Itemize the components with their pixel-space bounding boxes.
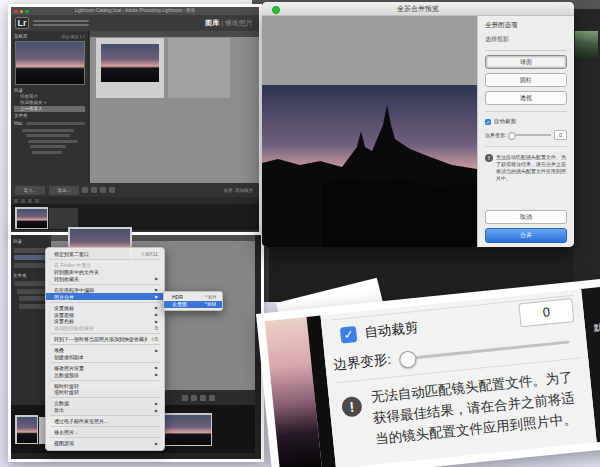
- second-window-icon[interactable]: [21, 199, 25, 203]
- boundary-warp-row: 边界变形: 0: [485, 130, 567, 140]
- menu-item-metadata[interactable]: 元数据▶: [46, 400, 164, 407]
- boundary-warp-label: 边界变形:: [333, 351, 392, 375]
- boundary-warp-value[interactable]: 0: [518, 298, 574, 327]
- folders-header[interactable]: 文件夹: [14, 112, 85, 119]
- boundary-warp-slider[interactable]: [509, 134, 551, 136]
- module-library[interactable]: 图库: [205, 19, 219, 26]
- panel-row[interactable]: [19, 304, 48, 309]
- slider-knob[interactable]: [398, 350, 417, 369]
- volume-row[interactable]: Mac: [14, 121, 85, 126]
- slider-knob[interactable]: [508, 132, 516, 140]
- panorama-preview-area: [262, 16, 477, 247]
- panel-row[interactable]: [14, 263, 48, 268]
- go-back-icon[interactable]: [28, 199, 32, 203]
- folders-header[interactable]: 文件夹: [13, 272, 49, 279]
- cancel-button[interactable]: 取消: [485, 210, 567, 224]
- menu-item-develop-settings[interactable]: 修改照片设置▶: [46, 364, 164, 371]
- minimize-traffic-light-icon[interactable]: [20, 10, 24, 14]
- boundary-warp-value[interactable]: 0: [554, 130, 567, 140]
- menu-item-set-color-label[interactable]: 设置色标▶: [46, 318, 164, 325]
- menu-item-lock-second-window[interactable]: 锁定到第二窗口⇧⌘F11: [46, 251, 164, 258]
- panel-row[interactable]: [14, 281, 48, 286]
- panel-row[interactable]: [17, 289, 48, 294]
- menu-item-photo-merge[interactable]: 照片合并▶: [46, 293, 164, 300]
- import-button[interactable]: 导入...: [15, 186, 45, 195]
- submenu-item-hdr[interactable]: HDR^⌘H: [164, 294, 222, 301]
- filmstrip-thumbnail[interactable]: [49, 208, 78, 229]
- photo-merge-submenu: HDR^⌘H 全景图^⌘M: [163, 291, 223, 311]
- panorama-photo: [262, 85, 477, 247]
- loupe-view-icon[interactable]: [91, 187, 97, 193]
- spherical-button[interactable]: 球面: [485, 55, 567, 69]
- merge-button[interactable]: 合并: [485, 228, 567, 243]
- rotate-left-icon[interactable]: [182, 395, 188, 401]
- zoom-traffic-light-icon[interactable]: [272, 6, 280, 14]
- menu-item-stacking[interactable]: 堆叠▶: [46, 347, 164, 354]
- close-traffic-light-icon[interactable]: [14, 10, 18, 14]
- menu-item-go-to-folder[interactable]: 转到图库中的文件夹: [46, 269, 164, 276]
- options-panel-zoom: ✓ 自动裁剪 0 边界变形: ! 无法自动匹配镜头配置文件。为了获得最佳结果，请…: [320, 289, 596, 467]
- grid-cell[interactable]: [168, 38, 230, 98]
- library-filter-bar[interactable]: [90, 31, 259, 37]
- filmstrip: [11, 204, 259, 230]
- panel-row[interactable]: [19, 296, 48, 301]
- star-icon[interactable]: [209, 395, 215, 401]
- folder-tree-row[interactable]: [26, 134, 70, 137]
- filmstrip-thumbnail[interactable]: [163, 413, 212, 446]
- sort-label[interactable]: 排序: 添加顺序: [223, 188, 253, 193]
- filmstrip-thumbnail-selected[interactable]: [15, 207, 48, 229]
- survey-view-icon[interactable]: [109, 187, 115, 193]
- menu-item-add-to-quick-collection-and-next[interactable]: 转到下一张时将当前照片添加到快捷收藏夹⇧B: [46, 336, 164, 343]
- window-titlebar[interactable]: Lightroom Catalog.lrcat - Adobe Photosho…: [11, 7, 259, 15]
- menu-item-view-options[interactable]: 视图选项▶: [46, 440, 164, 447]
- catalog-header[interactable]: 目录: [13, 238, 49, 245]
- menu-item-email-photo[interactable]: 通过电子邮件发送照片...: [46, 418, 164, 425]
- auto-crop-row[interactable]: ✓ 自动裁剪: [340, 319, 419, 345]
- auto-crop-row[interactable]: ✓ 自动裁剪: [485, 118, 567, 125]
- submenu-arrow-icon: ▶: [155, 401, 158, 406]
- panel-row[interactable]: [14, 248, 48, 253]
- panel-row-selected[interactable]: [14, 255, 48, 260]
- menu-item-edit-in[interactable]: 在应用程序中编辑▶: [46, 287, 164, 294]
- menu-item-remove-photo[interactable]: 移去照片...: [46, 429, 164, 436]
- zoom-traffic-light-icon[interactable]: [25, 10, 29, 14]
- submenu-item-panorama[interactable]: 全景图^⌘M: [164, 301, 222, 308]
- dialog-titlebar[interactable]: 全景合并预览: [262, 2, 574, 16]
- menu-item-show-in-finder: 在 Finder 中显示: [46, 262, 164, 269]
- module-develop[interactable]: 修改照片: [225, 19, 253, 26]
- compare-view-icon[interactable]: [100, 187, 106, 193]
- screenshot-collage: 全景合并预览 全景图选项 选择投影 球面: [0, 0, 600, 467]
- folder-tree-row[interactable]: [22, 129, 74, 132]
- folder-tree-row[interactable]: [28, 140, 78, 143]
- menu-item-go-to-collection[interactable]: 转到收藏夹▶: [46, 276, 164, 283]
- go-forward-icon[interactable]: [35, 199, 39, 203]
- menu-item-create-virtual-copy[interactable]: 创建虚拟副本: [46, 354, 164, 361]
- folder-tree-row[interactable]: [32, 151, 62, 154]
- boundary-warp-slider[interactable]: [401, 340, 570, 360]
- menu-item-export[interactable]: 导出▶: [46, 407, 164, 414]
- main-window-icon[interactable]: [14, 199, 18, 203]
- filmstrip-thumbnail[interactable]: [15, 415, 38, 444]
- filmstrip-toolbar: [11, 197, 259, 204]
- photo-thumbnail: [17, 209, 47, 228]
- checkbox-checked-icon[interactable]: ✓: [485, 119, 491, 125]
- rotate-right-icon[interactable]: [191, 395, 197, 401]
- catalog-header[interactable]: 目录: [14, 87, 85, 94]
- grid-view-icon[interactable]: [82, 187, 88, 193]
- menu-item-set-flag[interactable]: 设置旗标▶: [46, 304, 164, 311]
- auto-crop-label: 自动裁剪: [364, 319, 420, 342]
- checkbox-checked-icon[interactable]: ✓: [340, 326, 358, 344]
- perspective-button[interactable]: 透视: [485, 91, 567, 105]
- export-button[interactable]: 导出...: [49, 186, 79, 195]
- menu-item-metadata-presets[interactable]: 元数据预设▶: [46, 371, 164, 378]
- menu-item-rotate-counterclockwise[interactable]: 逆时针旋转: [46, 389, 164, 396]
- photo-context-menu: 锁定到第二窗口⇧⌘F11 在 Finder 中显示 转到图库中的文件夹 转到收藏…: [45, 247, 165, 451]
- grid-cell-selected[interactable]: [96, 38, 164, 98]
- navigator-zoom-options[interactable]: 适合 填满 1:1: [61, 34, 85, 39]
- cylindrical-button[interactable]: 圆柱: [485, 73, 567, 87]
- menu-item-set-rating[interactable]: 设置星级▶: [46, 311, 164, 318]
- flag-icon[interactable]: [200, 395, 206, 401]
- folder-tree-row[interactable]: [30, 145, 66, 148]
- menu-item-rotate-clockwise[interactable]: 顺时针旋转: [46, 382, 164, 389]
- navigator-header[interactable]: 导航器 适合 填满 1:1: [14, 33, 85, 40]
